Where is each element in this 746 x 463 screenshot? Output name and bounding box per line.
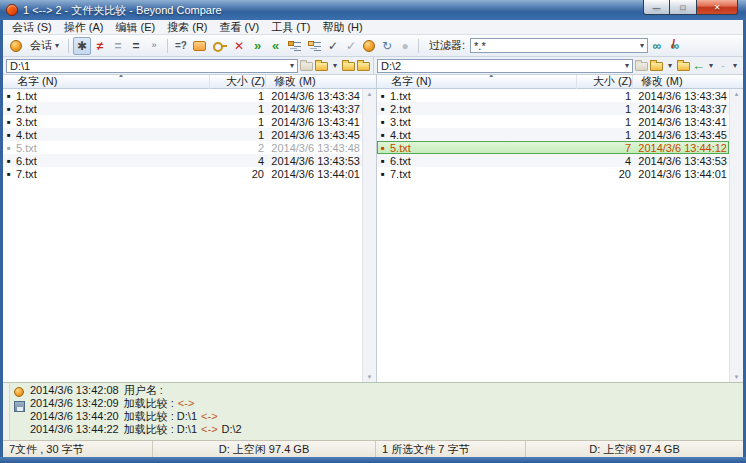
back-dropdown-icon[interactable]: ▾ xyxy=(706,58,716,73)
save-log-icon[interactable] xyxy=(14,401,25,412)
right-pane-header: 名字 (N) ▲ 大小 (Z) 修改 (M) xyxy=(377,75,743,89)
maximize-icon: □ xyxy=(681,3,686,12)
file-row-newer-selected[interactable]: ■ 5.txt 7 2014/3/6 13:44:12 xyxy=(377,141,729,154)
maximize-button[interactable]: □ xyxy=(670,0,696,15)
log-line: 2014/3/6 13:44:20加载比较 : D:\1<-> xyxy=(30,410,743,423)
sync-button[interactable] xyxy=(360,37,378,55)
app-icon xyxy=(6,4,18,16)
filter-value: *.* xyxy=(474,40,640,52)
log-scrollbar[interactable] xyxy=(3,383,10,440)
file-row[interactable]: ■ 2.txt 1 2014/3/6 13:43:37 xyxy=(3,102,362,115)
close-button[interactable]: ✕ xyxy=(696,0,738,15)
left-path-field[interactable]: D:\1 ▾ xyxy=(6,59,298,73)
toolbar-separator xyxy=(68,39,69,53)
show-same-button[interactable]: = xyxy=(109,37,127,55)
session-menu-button[interactable]: 会话 ▾ xyxy=(25,37,64,55)
show-orphans-button[interactable]: = xyxy=(127,37,145,55)
filter-combobox[interactable]: *.* ▾ xyxy=(470,38,648,53)
scroll-down-icon[interactable]: ▼ xyxy=(734,374,740,380)
show-all-icon: ✱ xyxy=(77,40,87,52)
left-shortcuts-folder-button[interactable] xyxy=(300,58,313,73)
file-icon: ■ xyxy=(7,119,16,125)
file-row-older[interactable]: ■ 5.txt 2 2014/3/6 13:43:48 xyxy=(3,141,362,154)
browse-sessions-button[interactable] xyxy=(7,37,25,55)
show-diffs-button[interactable]: ≠ xyxy=(91,37,109,55)
left-open-folder-button[interactable] xyxy=(357,58,370,73)
not-equal-icon: ≠ xyxy=(97,40,104,52)
right-parent-folder-button[interactable] xyxy=(677,58,690,73)
file-modified: 2014/3/6 13:44:01 xyxy=(631,168,727,180)
folder-pale-icon xyxy=(635,62,648,71)
menu-help[interactable]: 帮助 (H) xyxy=(316,20,368,35)
left-scrollbar[interactable]: ▲ ▼ xyxy=(362,89,376,382)
left-path-text: D:\1 xyxy=(10,60,290,72)
show-hidden-button[interactable]: ∞ xyxy=(648,37,666,55)
right-shortcuts-folder-button[interactable] xyxy=(635,58,648,73)
collapse-button[interactable] xyxy=(304,37,324,55)
scroll-up-icon[interactable]: ▲ xyxy=(734,91,740,97)
file-row[interactable]: ■ 3.txt 1 2014/3/6 13:43:41 xyxy=(3,115,362,128)
log-timestamp: 2014/3/6 13:44:20 xyxy=(30,410,119,422)
column-header-name[interactable]: 名字 (N) ▲ xyxy=(7,75,209,89)
file-row[interactable]: ■ 6.txt 4 2014/3/6 13:43:53 xyxy=(3,154,362,167)
open-folder-icon xyxy=(357,62,370,71)
delete-button[interactable]: ✕ xyxy=(230,37,248,55)
scroll-down-icon[interactable]: ▼ xyxy=(367,374,373,380)
menu-edit[interactable]: 编辑 (E) xyxy=(109,20,161,35)
main-toolbar: 会话 ▾ ✱ ≠ = = » =? ✕ » « ✓ ✓ ↻ ● 过滤器: xyxy=(3,35,743,57)
comment-button[interactable] xyxy=(190,37,209,55)
crc-compare-button[interactable]: ✓ xyxy=(342,37,360,55)
expand-all-button[interactable] xyxy=(284,37,304,55)
menu-tools[interactable]: 工具 (T) xyxy=(265,20,316,35)
right-path-field[interactable]: D:\2 ▾ xyxy=(377,59,633,73)
left-pane: 名字 (N) ▲ 大小 (Z) 修改 (M) ■ 1.txt 1 2014/3/… xyxy=(3,75,376,382)
menu-view[interactable]: 查看 (V) xyxy=(214,20,266,35)
column-header-size[interactable]: 大小 (Z) xyxy=(209,75,265,89)
refresh-button[interactable]: ↻ xyxy=(378,37,396,55)
file-row[interactable]: ■ 1.txt 1 2014/3/6 13:43:34 xyxy=(377,89,729,102)
minimize-button[interactable]: — xyxy=(643,0,670,15)
hide-items-button[interactable]: ∞/ xyxy=(666,37,684,55)
compare-contents-button[interactable]: ✓ xyxy=(324,37,342,55)
left-browse-folder-button[interactable] xyxy=(315,58,328,73)
file-row[interactable]: ■ 2.txt 1 2014/3/6 13:43:37 xyxy=(377,102,729,115)
comparison-panes: 名字 (N) ▲ 大小 (Z) 修改 (M) ■ 1.txt 1 2014/3/… xyxy=(3,75,743,382)
left-parent-folder-button[interactable] xyxy=(342,58,355,73)
scroll-up-icon[interactable]: ▲ xyxy=(367,91,373,97)
more-button[interactable]: - xyxy=(718,58,728,73)
log-session-icon[interactable] xyxy=(14,387,24,397)
file-modified: 2014/3/6 13:43:53 xyxy=(631,155,727,167)
right-pane: 名字 (N) ▲ 大小 (Z) 修改 (M) ■ 1.txt 1 2014/3/… xyxy=(376,75,743,382)
file-row[interactable]: ■ 7.txt 20 2014/3/6 13:44:01 xyxy=(3,167,362,180)
file-icon: ■ xyxy=(381,106,390,112)
file-row[interactable]: ■ 4.txt 1 2014/3/6 13:43:45 xyxy=(377,128,729,141)
right-scrollbar[interactable]: ▲ ▼ xyxy=(729,89,743,382)
column-header-modified[interactable]: 修改 (M) xyxy=(632,75,728,89)
column-header-name[interactable]: 名字 (N) ▲ xyxy=(381,75,576,89)
file-row[interactable]: ■ 1.txt 1 2014/3/6 13:43:34 xyxy=(3,89,362,102)
left-browse-dropdown-icon[interactable]: ▾ xyxy=(330,58,340,73)
menu-session[interactable]: 会话 (S) xyxy=(6,20,58,35)
copy-to-right-button[interactable]: » xyxy=(248,37,266,55)
toolbar-overflow-button[interactable]: » xyxy=(145,37,163,55)
right-browse-dropdown-icon[interactable]: ▾ xyxy=(665,58,675,73)
session-settings-button[interactable] xyxy=(209,37,230,55)
more-dropdown-icon[interactable]: ▾ xyxy=(730,58,740,73)
show-all-button[interactable]: ✱ xyxy=(73,37,91,55)
stop-button[interactable]: ● xyxy=(396,37,414,55)
file-row[interactable]: ■ 7.txt 20 2014/3/6 13:44:01 xyxy=(377,167,729,180)
file-row[interactable]: ■ 4.txt 1 2014/3/6 13:43:45 xyxy=(3,128,362,141)
menu-actions[interactable]: 操作 (A) xyxy=(58,20,110,35)
copy-to-left-button[interactable]: « xyxy=(266,37,284,55)
file-size: 1 xyxy=(208,129,264,141)
menu-search[interactable]: 搜索 (R) xyxy=(161,20,213,35)
file-icon: ■ xyxy=(381,119,390,125)
right-browse-folder-button[interactable] xyxy=(650,58,663,73)
log-timestamp: 2014/3/6 13:42:09 xyxy=(30,397,119,409)
column-header-size[interactable]: 大小 (Z) xyxy=(576,75,632,89)
file-row[interactable]: ■ 6.txt 4 2014/3/6 13:43:53 xyxy=(377,154,729,167)
column-header-modified[interactable]: 修改 (M) xyxy=(265,75,361,89)
rules-compare-button[interactable]: =? xyxy=(172,37,190,55)
file-row[interactable]: ■ 3.txt 1 2014/3/6 13:43:41 xyxy=(377,115,729,128)
back-arrow-button[interactable]: ← xyxy=(692,58,704,73)
